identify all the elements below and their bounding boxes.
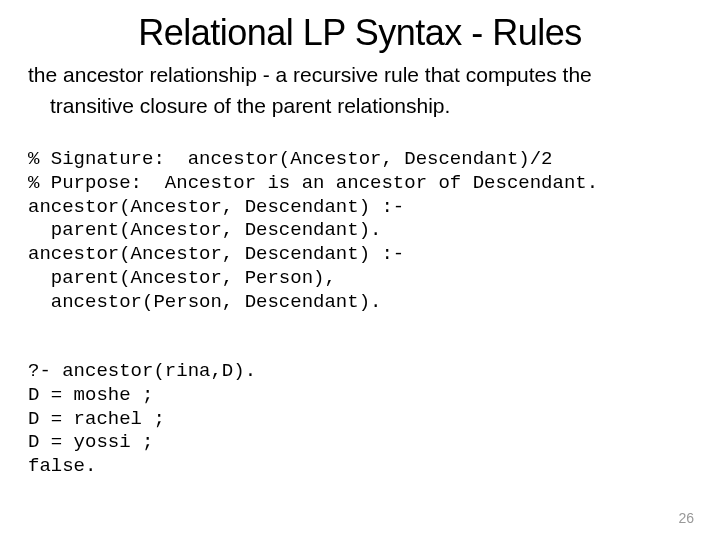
- code-line: ancestor(Person, Descendant).: [28, 291, 381, 313]
- subtitle-line1: the ancestor relationship - a recursive …: [28, 62, 692, 87]
- page-number: 26: [678, 510, 694, 526]
- subtitle-block: the ancestor relationship - a recursive …: [28, 62, 692, 118]
- slide-title: Relational LP Syntax - Rules: [28, 12, 692, 54]
- code-line: parent(Ancestor, Person),: [28, 267, 336, 289]
- code-line: % Signature: ancestor(Ancestor, Descenda…: [28, 148, 553, 170]
- query-line: D = yossi ;: [28, 431, 153, 453]
- query-line: D = moshe ;: [28, 384, 153, 406]
- query-line: ?- ancestor(rina,D).: [28, 360, 256, 382]
- code-block: % Signature: ancestor(Ancestor, Descenda…: [28, 124, 692, 314]
- query-line: D = rachel ;: [28, 408, 165, 430]
- subtitle-line2: transitive closure of the parent relatio…: [28, 93, 692, 118]
- code-line: ancestor(Ancestor, Descendant) :-: [28, 243, 404, 265]
- code-line: % Purpose: Ancestor is an ancestor of De…: [28, 172, 598, 194]
- query-line: false.: [28, 455, 96, 477]
- code-line: parent(Ancestor, Descendant).: [28, 219, 381, 241]
- query-block: ?- ancestor(rina,D). D = moshe ; D = rac…: [28, 336, 692, 479]
- code-line: ancestor(Ancestor, Descendant) :-: [28, 196, 404, 218]
